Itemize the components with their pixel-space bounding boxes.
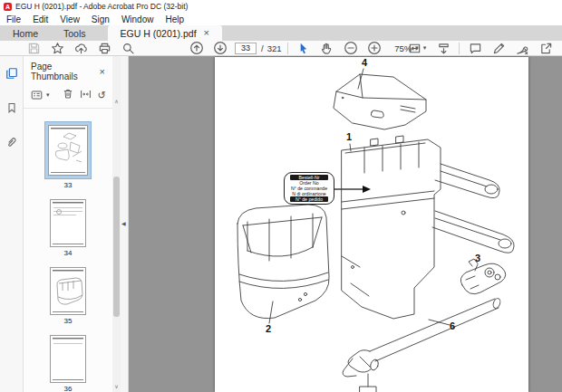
delete-pages-button[interactable] (63, 87, 73, 103)
save-button[interactable] (22, 41, 45, 55)
fit-width-dropdown[interactable]: ▾ (402, 41, 431, 55)
panel-header: Page Thumbnails × (24, 56, 112, 83)
thumbnail-page-34[interactable] (50, 199, 86, 247)
menu-window[interactable]: Window (121, 14, 154, 24)
share-icon (539, 42, 553, 55)
fill-sign-button[interactable] (487, 41, 510, 55)
part-label-2: 2 (266, 323, 271, 334)
tab-home[interactable]: Home (0, 25, 51, 41)
share-upload-button[interactable] (69, 41, 92, 55)
thumbnail-preview (53, 343, 82, 344)
tab-document[interactable]: EGU H (0201).pdf × (108, 25, 222, 41)
scroll-mode-button[interactable] (431, 41, 455, 55)
thumbnail-list: 33 34 35 36 (24, 109, 112, 392)
cloud-upload-icon (74, 42, 88, 55)
previous-page-button[interactable] (185, 41, 208, 55)
thumbnail-page-33[interactable] (48, 125, 88, 176)
rotate-left-button[interactable]: ↺ (98, 91, 106, 100)
tab-tools[interactable]: Tools (51, 25, 99, 41)
panel-options-button[interactable]: ▾ (31, 90, 50, 100)
thumbnail-preview (53, 270, 83, 272)
part-label-3: 3 (475, 253, 480, 263)
page-number-input[interactable]: 33 (235, 43, 257, 54)
close-panel-icon[interactable]: × (100, 66, 105, 77)
thumbnail-preview (53, 338, 83, 339)
find-button[interactable] (116, 41, 140, 55)
document-pane[interactable]: 4 1 3 2 6 Bestell-Nr Order No N° de comm… (129, 56, 562, 392)
sign-button[interactable] (510, 41, 534, 55)
page-down-icon (213, 41, 228, 55)
zoom-out-button[interactable] (339, 41, 363, 55)
star-icon (51, 42, 64, 55)
panel-scrollbar-thumb[interactable] (113, 177, 120, 317)
panel-collapse-strip: ◀ (121, 56, 129, 392)
callout-line: N° de pedido (290, 196, 328, 202)
hand-icon (320, 42, 334, 55)
scroll-up-icon[interactable]: ∧ (112, 98, 121, 104)
hand-tool-button[interactable] (315, 41, 339, 55)
menu-edit[interactable]: Edit (33, 14, 48, 24)
tab-tools-label: Tools (63, 28, 86, 39)
zoom-in-button[interactable] (363, 41, 386, 55)
page-thumbnails-tab[interactable] (5, 67, 18, 83)
toolbar-separator (287, 43, 288, 54)
save-icon (27, 42, 41, 55)
next-page-button[interactable] (208, 41, 232, 55)
select-tool-button[interactable] (292, 41, 315, 55)
zoom-in-icon (367, 41, 382, 55)
star-button[interactable] (45, 41, 69, 55)
thumbnail-page-36[interactable] (50, 335, 86, 383)
part-label-1: 1 (346, 131, 352, 142)
navigation-rail (0, 56, 24, 392)
thumbnail-preview (53, 202, 83, 204)
thumbnail-preview (51, 268, 86, 315)
thumbnail-number: 34 (64, 249, 73, 257)
attachments-tab[interactable] (5, 136, 17, 152)
page-up-icon (189, 41, 204, 55)
thumbnail-page-35[interactable] (50, 267, 86, 315)
menu-help[interactable]: Help (165, 14, 184, 24)
fit-width-icon (408, 42, 422, 55)
share-file-button[interactable] (534, 41, 557, 55)
toolbar-right-group: ▾ (402, 41, 557, 55)
panel-scrollbar[interactable]: ∧ ∨ (112, 56, 121, 392)
pencil-icon (492, 42, 506, 55)
thumbnail-selected-highlight (44, 121, 92, 179)
chevron-down-icon: ▾ (46, 91, 50, 99)
menu-bar: File Edit View Sign Window Help (0, 13, 562, 25)
thumbnail-number: 33 (64, 181, 73, 189)
thumbnail-number: 36 (64, 385, 73, 392)
part-label-4: 4 (362, 57, 367, 68)
page-scroll-icon (437, 42, 451, 55)
collapse-panel-icon[interactable]: ◀ (121, 220, 126, 226)
acrobat-logo-icon: A (4, 3, 12, 11)
menu-view[interactable]: View (60, 14, 80, 24)
zoom-out-icon (344, 41, 358, 55)
thumbnail-preview (51, 128, 85, 129)
tab-home-label: Home (13, 28, 38, 39)
menu-file[interactable]: File (6, 14, 21, 24)
comment-button[interactable] (463, 41, 487, 55)
thumbnail-number: 35 (64, 317, 73, 325)
thumbnail-preview (53, 244, 83, 244)
panel-toolbar: ▾ ↺ ↻ (24, 83, 112, 109)
page-thumbnails-icon (5, 67, 18, 80)
bookmarks-tab[interactable] (6, 101, 17, 118)
pen-nib-icon (516, 42, 529, 55)
reduce-thumbnails-button[interactable] (80, 87, 92, 103)
menu-sign[interactable]: Sign (92, 14, 110, 24)
scroll-down-icon[interactable]: ∨ (112, 383, 121, 389)
chevron-down-icon: ▾ (423, 44, 427, 52)
thumbnail-preview (53, 207, 82, 208)
thumbnail-preview (53, 215, 76, 215)
trash-icon (63, 88, 73, 100)
close-tab-icon[interactable]: × (204, 28, 209, 38)
thumbnail-preview (53, 379, 83, 380)
exploded-parts-diagram (215, 57, 528, 392)
toolbar-separator (459, 43, 460, 54)
window-title: EGU H (0201).pdf - Adobe Acrobat Pro DC … (15, 2, 188, 11)
title-bar: A EGU H (0201).pdf - Adobe Acrobat Pro D… (0, 0, 562, 13)
page-divider: / (259, 43, 266, 53)
thumbnail-preview (51, 172, 85, 173)
print-button[interactable] (92, 41, 116, 55)
